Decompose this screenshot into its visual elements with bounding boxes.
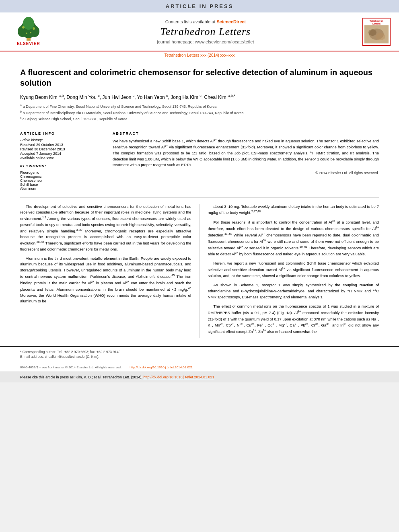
corresponding-author: * Corresponding author. Tel.: +82 2 970 … [20,350,379,354]
authors-line: Kyung Beom Kim a,b, Dong Min You c, Jun … [20,94,379,100]
aip-text: ARTICLE IN PRESS [166,3,234,9]
article-title: A fluorescent and colorimetric chemosens… [20,67,379,88]
accepted-date: Accepted 7 January 2014 [20,152,105,156]
cite-doi-link[interactable]: http://dx.doi.org/10.1016/j.tetlet.2014.… [144,375,214,379]
cite-text: Please cite this article in press as: Ki… [20,375,142,379]
svg-point-8 [30,32,31,33]
body-para-3: about 3–10 mg. Tolerable weekly aluminum… [208,204,379,216]
svg-point-12 [376,33,385,40]
svg-point-5 [22,26,25,29]
copyright-line: © 2014 Elsevier Ltd. All rights reserved… [113,171,379,175]
svg-point-11 [368,29,376,36]
revised-date: Revised 30 December 2013 [20,147,105,151]
body-para-7: The effect of common metal ions on the f… [208,304,379,335]
body-left-column: The development of selective and sensiti… [20,204,191,339]
tetlet-logo-box: TetrahedronLetters [362,18,391,46]
section-divider [20,197,379,197]
article-content: A fluorescent and colorimetric chemosens… [0,59,399,346]
footnotes-area: * Corresponding author. Tel.: +82 2 970 … [0,346,399,363]
issn-text: 0040-4039/$ – see front matter © 2014 El… [20,366,121,369]
keyword-5: Aluminum [20,187,105,191]
page: ARTICLE IN PRESS ELSEVIER [0,0,399,382]
keywords-section: Keywords: Fluorogenic Chromogenic Chemos… [20,164,105,191]
elsevier-wordmark: ELSEVIER [17,41,40,46]
journal-ref: Tetrahedron Letters xxx (2014) xxx–xxx [0,51,399,59]
abstract-title: ABSTRACT [113,131,379,136]
keyword-2: Chromogenic [20,175,105,179]
tetlet-logo: TetrahedronLetters [360,18,393,46]
aip-banner: ARTICLE IN PRESS [0,0,399,12]
keyword-1: Fluorogenic [20,170,105,175]
keyword-4: Schiff base [20,183,105,187]
affiliations: a a Department of Fine Chemistry, Seoul … [20,103,379,122]
elsevier-logo: ELSEVIER [6,17,51,46]
journal-homepage: journal homepage: www.elsevier.com/locat… [51,39,360,44]
received-date: Received 29 October 2013 [20,143,105,147]
history-label: Article history: [20,138,105,142]
column-separator [200,204,200,339]
cite-bar: Please cite this article in press as: Ki… [0,372,399,382]
abstract-text: We have synthesized a new Schiff base 1,… [113,138,379,168]
keywords-title: Keywords: [20,164,105,168]
sciencedirect-link[interactable]: ScienceDirect [217,19,246,24]
tetlet-logo-title: TetrahedronLetters [370,20,384,25]
body-para-1: The development of selective and sensiti… [20,204,191,253]
contents-line: Contents lists available at ScienceDirec… [51,19,360,24]
elsevier-tree-icon [14,17,43,41]
article-info-section: ARTICLE INFO Article history: Received 2… [20,128,105,191]
keyword-3: Chemosensor [20,179,105,183]
body-right-column: about 3–10 mg. Tolerable weekly aluminum… [208,204,379,339]
online-date: Available online xxxx [20,156,105,160]
body-columns: The development of selective and sensiti… [20,204,379,339]
issn-bar: 0040-4039/$ – see front matter © 2014 El… [0,363,399,372]
email-line: E-mail address: chealkim@seoultech.ac.kr… [20,355,379,359]
body-para-6: As shown in Scheme 1, receptor 1 was sim… [208,282,379,300]
article-info-title: ARTICLE INFO [20,131,105,136]
journal-center: Contents lists available at ScienceDirec… [51,19,360,44]
abstract-section: ABSTRACT We have synthesized a new Schif… [113,128,379,191]
svg-point-4 [23,17,34,30]
body-para-4: For these reasons, it is important to co… [208,219,379,257]
doi-link[interactable]: http://dx.doi.org/10.1016/j.tetlet.2014.… [130,366,193,369]
body-para-2: Aluminum is the third most prevalent met… [20,256,191,304]
journal-header: ELSEVIER Contents lists available at Sci… [0,12,399,51]
svg-point-7 [26,33,27,34]
tetlet-logo-image [364,25,389,43]
info-abstract-row: ARTICLE INFO Article history: Received 2… [20,128,379,191]
body-para-5: Herein, we report a new fluorescent and … [208,261,379,279]
journal-title: Tetrahedron Letters [51,26,360,38]
svg-point-6 [33,27,35,30]
